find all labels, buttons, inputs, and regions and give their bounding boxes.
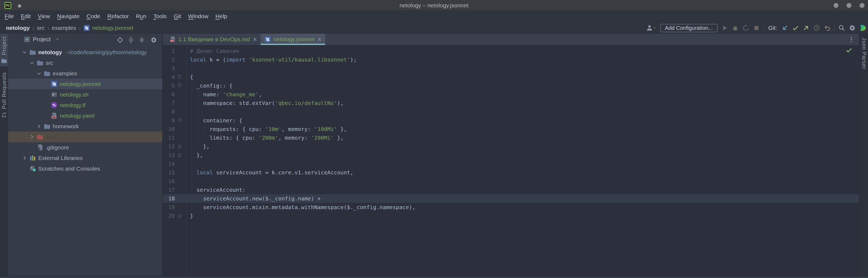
user-menu[interactable]	[646, 25, 657, 31]
close-icon[interactable]: ×	[317, 36, 322, 43]
jsonnet-file-icon	[265, 36, 271, 43]
tree-item-scratches-and-consoles[interactable]: Scratches and Consoles	[8, 163, 162, 174]
git-push-button[interactable]	[803, 25, 810, 31]
toolwindow-tab-json-parser[interactable]: Json Parser	[861, 37, 867, 69]
code-area[interactable]: 1# Денис Савосин2local k = (import 'kson…	[163, 45, 859, 276]
tree-item-.gitignore[interactable]: .gitignore	[8, 142, 162, 153]
line-number[interactable]: 12	[163, 142, 175, 151]
fold-marker[interactable]	[177, 74, 182, 80]
settings-button[interactable]	[849, 25, 856, 31]
code-line-15: local serviceAccount = k.core.v1.service…	[190, 168, 353, 177]
fold-marker[interactable]	[177, 213, 182, 219]
line-number[interactable]: 2	[163, 55, 175, 64]
chevron-closed-icon[interactable]	[22, 155, 27, 161]
toolwindow-tab-pull-requests[interactable]: Pull Requests	[0, 69, 8, 120]
chevron-open-icon[interactable]	[36, 71, 42, 76]
git-commit-button[interactable]	[792, 25, 799, 31]
tree-item-src[interactable]: src	[8, 58, 162, 68]
debug-button[interactable]	[732, 25, 739, 31]
line-number[interactable]: 15	[163, 168, 175, 177]
line-number[interactable]: 5	[163, 81, 175, 90]
select-opened-file-button[interactable]	[117, 37, 124, 43]
line-number[interactable]: 10	[163, 125, 175, 133]
terraform-file-icon	[51, 102, 58, 108]
breadcrumb-src[interactable]: src	[37, 25, 44, 31]
chevron-open-icon[interactable]	[29, 60, 35, 66]
code-line-6: name: 'change_me',	[190, 90, 262, 99]
tree-item-netology.sh[interactable]: netology.sh	[8, 89, 162, 100]
line-number[interactable]: 11	[163, 133, 175, 142]
line-number[interactable]: 19	[163, 203, 175, 212]
breadcrumb-examples[interactable]: examples	[52, 25, 76, 31]
fold-marker[interactable]	[177, 152, 182, 158]
line-number[interactable]: 17	[163, 185, 175, 194]
chevron-closed-icon[interactable]	[36, 124, 42, 129]
line-number[interactable]: 16	[163, 177, 175, 185]
git-history-button[interactable]	[813, 25, 820, 31]
git-rollback-button[interactable]	[824, 25, 831, 31]
breadcrumb-file[interactable]: netology.jsonnet	[83, 25, 133, 31]
menu-file[interactable]: File	[1, 11, 18, 22]
toolwindow-tab-project[interactable]: Project	[0, 34, 8, 66]
stop-button[interactable]	[753, 25, 760, 31]
caret-down-icon	[652, 26, 657, 30]
tree-item-netology.yaml[interactable]: YMLnetology.yaml	[8, 110, 162, 121]
menu-tools[interactable]: Tools	[150, 11, 170, 22]
fold-marker[interactable]	[177, 117, 182, 123]
breadcrumb-separator: ›	[47, 24, 49, 32]
line-number[interactable]: 18	[163, 194, 175, 203]
tree-item-examples[interactable]: examples	[8, 68, 162, 79]
line-number[interactable]: 6	[163, 90, 175, 99]
expand-all-button[interactable]	[128, 37, 134, 43]
menu-view[interactable]: View	[34, 11, 54, 22]
plugin-button[interactable]	[859, 25, 866, 31]
chevron-open-icon[interactable]	[22, 49, 27, 55]
window-button-maximize[interactable]	[846, 3, 851, 8]
gutter-separator	[187, 45, 187, 276]
line-number[interactable]: 20	[163, 212, 175, 220]
menu-git[interactable]: Git	[170, 11, 185, 22]
tree-item-netology.jsonnet[interactable]: netology.jsonnet	[8, 79, 162, 89]
chevron-closed-icon[interactable]	[29, 134, 35, 140]
menu-run[interactable]: Run	[132, 11, 150, 22]
tree-item-homework[interactable]: homework	[8, 121, 162, 132]
add-configuration-button[interactable]: Add Configuration...	[660, 24, 718, 32]
line-number[interactable]: 1	[163, 47, 175, 55]
git-update-button[interactable]	[781, 25, 788, 31]
tab-netology.jsonnet[interactable]: netology.jsonnet×	[260, 34, 325, 45]
tree-item-netology[interactable]: netology~/code/learning/python/netology	[8, 47, 162, 58]
tree-item-netology.tf[interactable]: netology.tf	[8, 100, 162, 110]
pycharm-logo-icon: PC	[4, 2, 11, 9]
panel-settings-button[interactable]	[150, 37, 157, 43]
window-button-minimize[interactable]	[834, 3, 838, 8]
chevron-down-icon[interactable]	[55, 37, 60, 41]
tree-item-venv[interactable]: venv	[8, 132, 162, 142]
run-with-coverage-button[interactable]	[742, 25, 749, 31]
line-number[interactable]: 4	[163, 73, 175, 81]
menu-refactor[interactable]: Refactor	[104, 11, 132, 22]
tree-item-path: ~/code/learning/python/netology	[66, 49, 147, 55]
line-number[interactable]: 3	[163, 64, 175, 73]
line-number[interactable]: 13	[163, 151, 175, 160]
project-panel-title[interactable]: Project	[33, 36, 51, 43]
collapse-all-button[interactable]	[138, 37, 145, 43]
window-button-close[interactable]	[860, 3, 865, 8]
line-number[interactable]: 9	[163, 116, 175, 125]
line-number[interactable]: 7	[163, 99, 175, 107]
menu-window[interactable]: Window	[185, 11, 212, 22]
tree-item-external-libraries[interactable]: External Libraries	[8, 153, 162, 163]
line-number[interactable]: 8	[163, 107, 175, 116]
menu-code[interactable]: Code	[83, 11, 104, 22]
close-icon[interactable]: ×	[253, 36, 257, 43]
menu-navigate[interactable]: Navigate	[54, 11, 83, 22]
fold-marker[interactable]	[177, 143, 182, 149]
menu-help[interactable]: Help	[212, 11, 231, 22]
menu-edit[interactable]: Edit	[18, 11, 34, 22]
run-button[interactable]	[721, 25, 728, 31]
tab-1.1-введение-в-devops.md[interactable]: MD1.1 Введение в DevOps.md×	[165, 34, 260, 45]
line-number[interactable]: 14	[163, 160, 175, 168]
search-everywhere-button[interactable]	[838, 25, 845, 31]
editor-options-icon[interactable]	[848, 36, 855, 43]
breadcrumb-netology[interactable]: netology	[6, 25, 30, 31]
fold-marker[interactable]	[177, 83, 182, 89]
